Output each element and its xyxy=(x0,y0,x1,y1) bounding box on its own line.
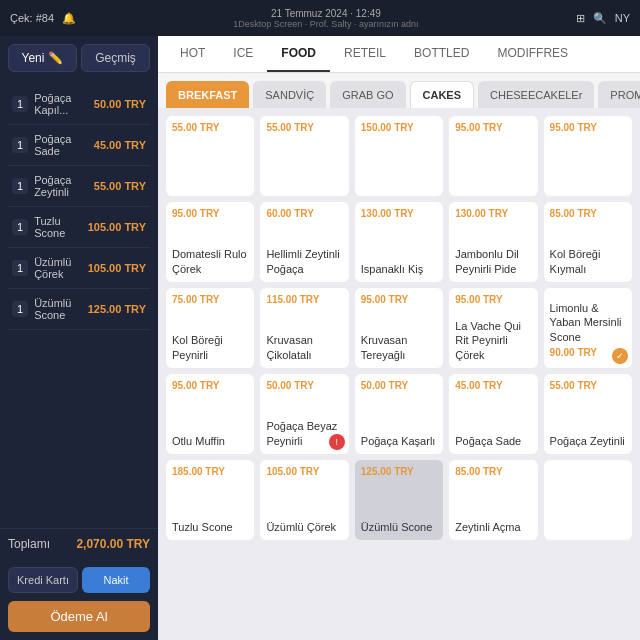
cat-tab-reteil[interactable]: RETEIL xyxy=(330,36,400,72)
product-card[interactable]: 105.00 TRYÜzümlü Çörek xyxy=(260,460,348,540)
product-price: 130.00 TRY xyxy=(361,208,437,219)
cat-tab-ice[interactable]: ICE xyxy=(219,36,267,72)
product-card[interactable]: 130.00 TRYIspanaklı Kiş xyxy=(355,202,443,282)
item-price: 105.00 TRY xyxy=(88,221,146,233)
sub-tab-cheseecakeler[interactable]: CHESEECAKELEr xyxy=(478,81,594,108)
nakit-button[interactable]: Nakit xyxy=(82,567,150,593)
check-label: Çek: #84 xyxy=(10,12,54,24)
product-card[interactable]: 75.00 TRYKol Böreği Peynirli xyxy=(166,288,254,368)
product-card[interactable]: 95.00 TRYKruvasan Tereyağlı xyxy=(355,288,443,368)
item-name: Poğaça Sade xyxy=(34,133,94,157)
product-card[interactable]: 55.00 TRY xyxy=(166,116,254,196)
grid-icon[interactable]: ⊞ xyxy=(576,12,585,25)
sidebar-item[interactable]: 1 Tuzlu Scone 105.00 TRY xyxy=(8,207,150,248)
product-name: Kol Böreği Kıymalı xyxy=(550,247,626,276)
products-grid: 55.00 TRY55.00 TRY150.00 TRY95.00 TRY95.… xyxy=(166,116,632,540)
product-name: Poğaça Zeytinli xyxy=(550,434,626,448)
product-card[interactable]: 125.00 TRYÜzümlü Scone xyxy=(355,460,443,540)
item-name: Poğaça Zeytinli xyxy=(34,174,94,198)
user-icon[interactable]: NY xyxy=(615,12,630,24)
products-area: 55.00 TRY55.00 TRY150.00 TRY95.00 TRY95.… xyxy=(158,108,640,640)
item-name: Tuzlu Scone xyxy=(34,215,88,239)
product-card[interactable]: 95.00 TRYLa Vache Qui Rit Peynirli Çörek xyxy=(449,288,537,368)
totals-amount: 2,070.00 TRY xyxy=(76,537,150,551)
product-name: Zeytinli Açma xyxy=(455,520,531,534)
search-icon[interactable]: 🔍 xyxy=(593,12,607,25)
sidebar-item[interactable]: 1 Poğaça Kapıl... 50.00 TRY xyxy=(8,84,150,125)
product-name: Limonlu & Yaban Mersinli Scone xyxy=(550,301,626,344)
sub-tab-grab_go[interactable]: GRAB GO xyxy=(330,81,405,108)
product-name: Kruvasan Tereyağlı xyxy=(361,333,437,362)
item-qty: 1 xyxy=(12,178,28,194)
product-card[interactable]: 50.00 TRYPoğaça Kaşarlı xyxy=(355,374,443,454)
product-card[interactable]: Limonlu & Yaban Mersinli Scone90.00 TRY✓ xyxy=(544,288,632,368)
topbar-date: 21 Temmuz 2024 · 12:49 xyxy=(271,8,381,19)
product-price: 60.00 TRY xyxy=(266,208,342,219)
product-card[interactable]: 185.00 TRYTuzlu Scone xyxy=(166,460,254,540)
product-card[interactable]: 60.00 TRYHellimli Zeytinli Poğaça xyxy=(260,202,348,282)
product-card[interactable]: 85.00 TRYKol Böreği Kıymalı xyxy=(544,202,632,282)
product-price: 75.00 TRY xyxy=(172,294,248,305)
product-card[interactable]: 95.00 TRYDomatesli Rulo Çörek xyxy=(166,202,254,282)
kredi-karti-button[interactable]: Kredi Kartı xyxy=(8,567,78,593)
product-price: 50.00 TRY xyxy=(361,380,437,391)
product-price: 95.00 TRY xyxy=(172,380,248,391)
sidebar-actions: Yeni ✏️ Geçmiş xyxy=(0,36,158,80)
product-price: 125.00 TRY xyxy=(361,466,437,477)
cat-tab-bottled[interactable]: BOTTLED xyxy=(400,36,483,72)
product-card[interactable]: 95.00 TRY xyxy=(449,116,537,196)
kredi-label: Kredi Kartı xyxy=(17,574,69,586)
yeni-button[interactable]: Yeni ✏️ xyxy=(8,44,77,72)
product-card[interactable] xyxy=(544,460,632,540)
product-price: 130.00 TRY xyxy=(455,208,531,219)
item-price: 125.00 TRY xyxy=(88,303,146,315)
sidebar-item[interactable]: 1 Poğaça Zeytinli 55.00 TRY xyxy=(8,166,150,207)
product-price: 85.00 TRY xyxy=(455,466,531,477)
sub-tab-sandvic[interactable]: SANDVİÇ xyxy=(253,81,326,108)
item-price: 50.00 TRY xyxy=(94,98,146,110)
product-card[interactable]: 55.00 TRY xyxy=(260,116,348,196)
sidebar-item[interactable]: 1 Üzümlü Scone 125.00 TRY xyxy=(8,289,150,330)
product-price: 50.00 TRY xyxy=(266,380,342,391)
product-price: 150.00 TRY xyxy=(361,122,437,133)
product-price: 95.00 TRY xyxy=(455,122,531,133)
product-badge-red: ! xyxy=(329,434,345,450)
product-name: Üzümlü Çörek xyxy=(266,520,342,534)
product-price: 95.00 TRY xyxy=(361,294,437,305)
product-card[interactable]: 55.00 TRYPoğaça Zeytinli xyxy=(544,374,632,454)
cat-tab-food[interactable]: FOOD xyxy=(267,36,330,72)
product-name: Kruvasan Çikolatalı xyxy=(266,333,342,362)
product-card[interactable]: 115.00 TRYKruvasan Çikolatalı xyxy=(260,288,348,368)
cat-tab-hot[interactable]: HOT xyxy=(166,36,219,72)
sidebar-item[interactable]: 1 Poğaça Sade 45.00 TRY xyxy=(8,125,150,166)
odeme-al-button[interactable]: Ödeme Al xyxy=(8,601,150,632)
sub-tab-cakes[interactable]: CAKES xyxy=(410,81,475,108)
item-name: Poğaça Kapıl... xyxy=(34,92,94,116)
product-card[interactable]: 45.00 TRYPoğaça Sade xyxy=(449,374,537,454)
topbar-subtitle: 1Desktop Screen · Prof. Salty · ayarınız… xyxy=(233,19,418,29)
gecmis-label: Geçmiş xyxy=(95,51,136,65)
product-price: 45.00 TRY xyxy=(455,380,531,391)
product-card[interactable]: 130.00 TRYJambonlu Dil Peynirli Pide xyxy=(449,202,537,282)
product-name: Otlu Muffin xyxy=(172,434,248,448)
product-card[interactable]: 50.00 TRYPoğaça Beyaz Peynirli! xyxy=(260,374,348,454)
yeni-label: Yeni xyxy=(22,51,45,65)
sidebar-totals: Toplamı 2,070.00 TRY xyxy=(0,528,158,559)
cat-tab-modiffres[interactable]: MODIFFRES xyxy=(483,36,582,72)
product-name: La Vache Qui Rit Peynirli Çörek xyxy=(455,319,531,362)
product-price: 115.00 TRY xyxy=(266,294,342,305)
product-price: 55.00 TRY xyxy=(266,122,342,133)
gecmis-button[interactable]: Geçmiş xyxy=(81,44,150,72)
product-card[interactable]: 95.00 TRY xyxy=(544,116,632,196)
product-price: 55.00 TRY xyxy=(550,380,626,391)
content-area: HOTICEFOODRETEILBOTTLEDMODIFFRES BREKFAS… xyxy=(158,36,640,640)
sub-tab-brekfast[interactable]: BREKFAST xyxy=(166,81,249,108)
product-card[interactable]: 85.00 TRYZeytinli Açma xyxy=(449,460,537,540)
sub-tab-promosyon[interactable]: PROMOSYON xyxy=(598,81,640,108)
product-card[interactable]: 95.00 TRYOtlu Muffin xyxy=(166,374,254,454)
totals-label: Toplamı xyxy=(8,537,50,551)
topbar-center: 21 Temmuz 2024 · 12:49 1Desktop Screen ·… xyxy=(233,8,418,29)
item-name: Üzümlü Scone xyxy=(34,297,88,321)
sidebar-item[interactable]: 1 Üzümlü Çörek 105.00 TRY xyxy=(8,248,150,289)
product-card[interactable]: 150.00 TRY xyxy=(355,116,443,196)
